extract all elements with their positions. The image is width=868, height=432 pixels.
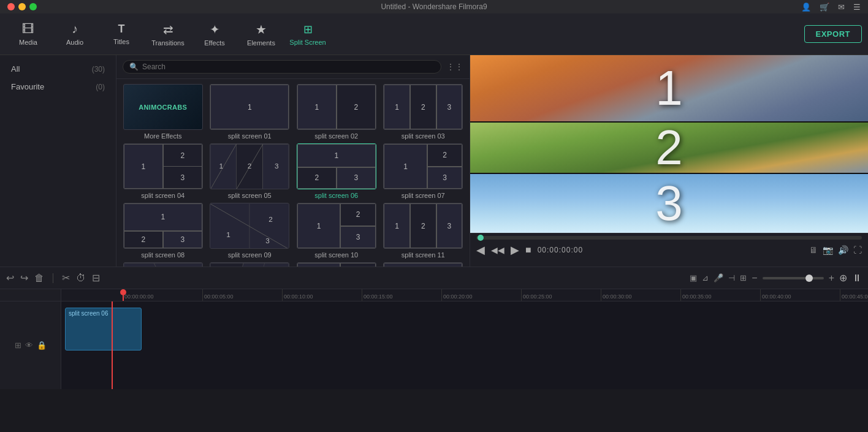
menu-icon[interactable]: ☰ <box>853 2 861 12</box>
redo-button[interactable]: ↪ <box>20 272 28 284</box>
list-item[interactable]: 1 2 3 split screen 11 <box>382 203 465 259</box>
maximize-button[interactable] <box>29 3 37 10</box>
monitor-icon[interactable]: 🖥 <box>809 245 818 255</box>
ruler-mark-3: 00:00:15:00 <box>362 289 441 301</box>
eye-icon[interactable]: 👁 <box>25 341 33 350</box>
pause-track-button[interactable]: ⏸ <box>852 273 862 284</box>
volume-icon[interactable]: 🔊 <box>838 245 848 255</box>
split-screen-09-label: split screen 09 <box>228 251 272 259</box>
timeline-ruler: 00:00:00:00 00:00:05:00 00:00:10:00 00:0… <box>61 289 868 301</box>
split-screen-04-thumb: 1 2 3 <box>123 143 203 189</box>
account-icon[interactable]: 👤 <box>801 2 811 12</box>
mail-icon[interactable]: ✉ <box>838 2 845 12</box>
step-back-button[interactable]: ◀◀ <box>491 245 504 255</box>
list-item[interactable]: 1 2 3 split screen 08 <box>121 203 205 259</box>
list-item[interactable]: 1 2 3 split screen 10 <box>295 203 378 259</box>
timestamp-display: 00:00:00:00 <box>538 246 583 254</box>
toolbar-audio-label: Audio <box>66 39 83 46</box>
list-item[interactable]: 2 1 3 split screen 13 <box>208 262 292 267</box>
search-input[interactable] <box>142 63 435 71</box>
titles-icon: T <box>118 23 125 36</box>
toolbar-titles-label: Titles <box>113 38 129 45</box>
list-item[interactable]: 1 2 3 split screen 07 <box>382 143 465 199</box>
delete-button[interactable]: 🗑 <box>34 273 44 284</box>
minimize-button[interactable] <box>18 3 26 10</box>
split-screen-06-thumb: 1 2 3 <box>297 143 376 189</box>
split-screen-03-thumb: 1 2 3 <box>383 84 463 130</box>
playback-right-controls: 🖥 📷 🔊 ⛶ <box>809 245 862 255</box>
mic-icon[interactable]: 🎤 <box>714 273 723 282</box>
settings-button[interactable]: ⊟ <box>92 272 100 284</box>
split-screen-09-thumb: 1 2 3 <box>210 203 289 249</box>
svg-text:1: 1 <box>219 162 224 170</box>
lock-icon[interactable]: 🔒 <box>37 341 47 350</box>
toolbar-media[interactable]: 🎞 Media <box>6 17 50 52</box>
track-type-icon[interactable]: ▣ <box>690 273 697 282</box>
split-icon[interactable]: ⊿ <box>702 273 709 282</box>
search-box[interactable]: 🔍 <box>123 60 441 74</box>
zoom-in-button[interactable]: + <box>829 273 834 284</box>
cart-icon[interactable]: 🛒 <box>820 2 829 12</box>
toolbar-titles[interactable]: T Titles <box>99 17 143 52</box>
ruler-mark-1: 00:00:05:00 <box>202 289 282 301</box>
list-item[interactable]: 1 2 3 split screen 04 <box>121 143 205 199</box>
list-item[interactable]: 1 2 3 4 split screen 14 <box>295 262 378 267</box>
elements-icon: ★ <box>256 22 267 37</box>
timeline-content: 00:00:00:00 00:00:05:00 00:00:10:00 00:0… <box>61 289 868 389</box>
main-toolbar: 🎞 Media ♪ Audio T Titles ⇄ Transitions ✦… <box>0 13 868 55</box>
content-area: All (30) Favourite (0) 🔍 ⋮⋮ ANIMOCRABS <box>0 55 868 267</box>
list-item[interactable]: 1 2 split screen 02 <box>295 84 378 140</box>
split-screen-05-label: split screen 05 <box>228 192 272 199</box>
zoom-slider[interactable] <box>763 277 824 279</box>
ruler-mark-5: 00:00:25:00 <box>521 289 601 301</box>
export-button[interactable]: EXPORT <box>804 25 862 43</box>
list-item[interactable]: ANIMOCRABS More Effects <box>121 84 205 140</box>
clip-block-split-screen-06[interactable]: split screen 06 <box>65 308 142 351</box>
split-screen-10-thumb: 1 2 3 <box>297 203 376 249</box>
timer-button[interactable]: ⏱ <box>76 273 86 284</box>
zoom-out-button[interactable]: − <box>752 273 757 284</box>
undo-button[interactable]: ↩ <box>6 272 14 284</box>
toolbar-audio[interactable]: ♪ Audio <box>53 17 97 52</box>
add-track-button[interactable]: ⊕ <box>839 272 847 284</box>
split-screen-11-label: split screen 11 <box>402 251 445 259</box>
category-favourite[interactable]: Favourite (0) <box>2 78 113 96</box>
rewind-button[interactable]: ◀ <box>476 243 485 257</box>
preview-progress-bar[interactable] <box>476 236 862 240</box>
split-screen-08-label: split screen 08 <box>141 251 185 259</box>
play-button[interactable]: ▶ <box>511 243 519 257</box>
screenshot-icon[interactable]: 📷 <box>823 245 833 255</box>
list-item[interactable]: 1 2 3 split screen 05 <box>208 143 292 199</box>
fullscreen-icon[interactable]: ⛶ <box>853 245 862 255</box>
cut-button[interactable]: ✂ <box>62 272 70 284</box>
media-icon: 🎞 <box>22 22 34 36</box>
split-screen-07-label: split screen 07 <box>402 192 445 199</box>
grid-scroll[interactable]: ANIMOCRABS More Effects 1 split screen 0… <box>116 79 470 267</box>
list-item[interactable]: 2 1 3 split screen 12 <box>121 262 205 267</box>
category-favourite-label: Favourite <box>11 82 44 91</box>
effects-icon: ✦ <box>210 22 220 37</box>
toolbar-effects[interactable]: ✦ Effects <box>192 17 237 52</box>
stop-button[interactable]: ■ <box>525 244 531 256</box>
toolbar-elements[interactable]: ★ Elements <box>239 17 283 52</box>
detach-icon[interactable]: ⊣ <box>728 273 735 282</box>
list-item[interactable]: 1 2 3 split screen 06 <box>295 143 378 199</box>
track-content[interactable]: split screen 06 <box>61 301 868 389</box>
grid-track-icon[interactable]: ⊞ <box>15 341 21 350</box>
split-screen-15-thumb: 1 2 3 4 <box>383 262 463 267</box>
split-screen-panel: 🔍 ⋮⋮ ANIMOCRABS More Effects 1 <box>116 55 470 267</box>
toolbar-split-screen[interactable]: ⊞ Split Screen <box>286 17 330 52</box>
toolbar-transitions[interactable]: ⇄ Transitions <box>146 17 190 52</box>
list-item[interactable]: 1 split screen 01 <box>208 84 292 140</box>
list-item[interactable]: 1 2 3 split screen 09 <box>208 203 292 259</box>
ruler-mark-8: 00:00:40:00 <box>760 289 840 301</box>
ruler-mark-9: 00:00:45:00 <box>840 289 868 301</box>
list-item[interactable]: 1 2 3 4 split screen 15 <box>382 262 465 267</box>
split-screen-13-svg: 2 1 3 <box>210 263 289 267</box>
close-button[interactable] <box>7 3 15 10</box>
list-item[interactable]: 1 2 3 split screen 03 <box>382 84 465 140</box>
grid-view-icon[interactable]: ⋮⋮ <box>446 62 463 72</box>
toolbar-split-label: Split Screen <box>289 39 326 46</box>
category-all[interactable]: All (30) <box>2 60 113 78</box>
pip-icon[interactable]: ⊞ <box>740 273 747 282</box>
